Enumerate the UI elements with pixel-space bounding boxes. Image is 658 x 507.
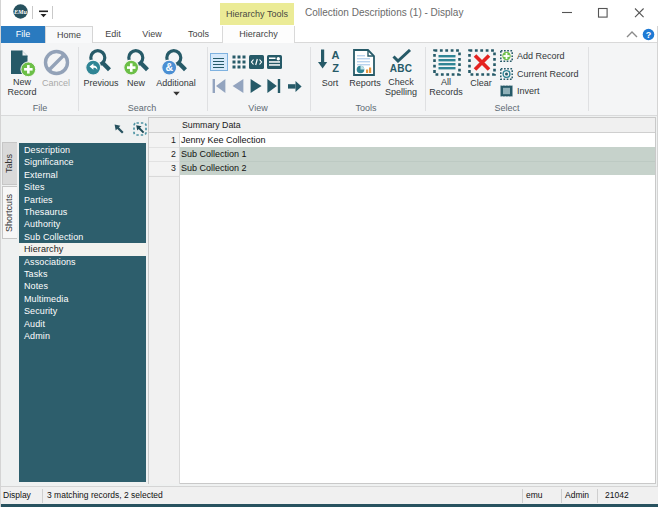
- svg-text:EMu: EMu: [13, 8, 28, 15]
- svg-text:?: ?: [646, 29, 652, 39]
- svg-text:A: A: [332, 49, 340, 61]
- svg-text:Z: Z: [332, 62, 339, 74]
- svg-text:&: &: [165, 61, 173, 73]
